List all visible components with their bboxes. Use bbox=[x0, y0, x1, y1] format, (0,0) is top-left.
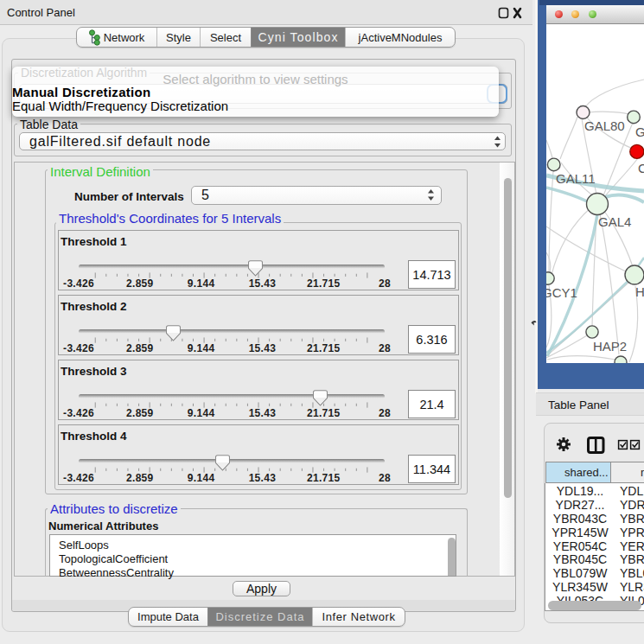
svg-text:GAL4: GAL4 bbox=[598, 214, 631, 229]
svg-text:GAL11: GAL11 bbox=[556, 171, 596, 186]
svg-text:C: C bbox=[638, 161, 644, 175]
svg-text:GCY1: GCY1 bbox=[546, 285, 577, 300]
svg-text:H: H bbox=[635, 284, 644, 299]
svg-text:HAP2: HAP2 bbox=[593, 339, 627, 354]
svg-text:G: G bbox=[635, 124, 644, 139]
svg-text:GAL80: GAL80 bbox=[584, 118, 625, 133]
